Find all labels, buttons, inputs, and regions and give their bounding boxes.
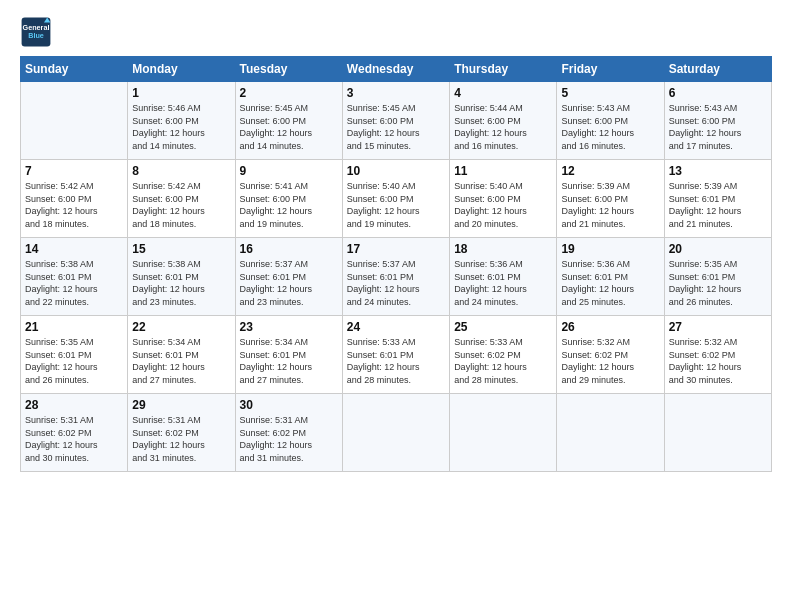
day-number: 11 [454, 164, 552, 178]
calendar-cell: 21Sunrise: 5:35 AM Sunset: 6:01 PM Dayli… [21, 316, 128, 394]
calendar-cell: 18Sunrise: 5:36 AM Sunset: 6:01 PM Dayli… [450, 238, 557, 316]
col-header-tuesday: Tuesday [235, 57, 342, 82]
day-details: Sunrise: 5:45 AM Sunset: 6:00 PM Dayligh… [240, 102, 338, 152]
day-details: Sunrise: 5:35 AM Sunset: 6:01 PM Dayligh… [25, 336, 123, 386]
calendar-cell: 16Sunrise: 5:37 AM Sunset: 6:01 PM Dayli… [235, 238, 342, 316]
day-number: 26 [561, 320, 659, 334]
col-header-sunday: Sunday [21, 57, 128, 82]
day-details: Sunrise: 5:43 AM Sunset: 6:00 PM Dayligh… [669, 102, 767, 152]
day-details: Sunrise: 5:32 AM Sunset: 6:02 PM Dayligh… [561, 336, 659, 386]
day-number: 23 [240, 320, 338, 334]
day-number: 30 [240, 398, 338, 412]
col-header-saturday: Saturday [664, 57, 771, 82]
day-number: 1 [132, 86, 230, 100]
day-number: 9 [240, 164, 338, 178]
calendar-week-5: 28Sunrise: 5:31 AM Sunset: 6:02 PM Dayli… [21, 394, 772, 472]
day-details: Sunrise: 5:36 AM Sunset: 6:01 PM Dayligh… [454, 258, 552, 308]
calendar-cell: 11Sunrise: 5:40 AM Sunset: 6:00 PM Dayli… [450, 160, 557, 238]
day-details: Sunrise: 5:45 AM Sunset: 6:00 PM Dayligh… [347, 102, 445, 152]
day-details: Sunrise: 5:40 AM Sunset: 6:00 PM Dayligh… [347, 180, 445, 230]
calendar-cell: 30Sunrise: 5:31 AM Sunset: 6:02 PM Dayli… [235, 394, 342, 472]
day-number: 28 [25, 398, 123, 412]
col-header-wednesday: Wednesday [342, 57, 449, 82]
day-number: 27 [669, 320, 767, 334]
svg-text:Blue: Blue [28, 31, 44, 40]
calendar-cell: 19Sunrise: 5:36 AM Sunset: 6:01 PM Dayli… [557, 238, 664, 316]
calendar-cell [342, 394, 449, 472]
day-details: Sunrise: 5:31 AM Sunset: 6:02 PM Dayligh… [240, 414, 338, 464]
calendar-cell: 14Sunrise: 5:38 AM Sunset: 6:01 PM Dayli… [21, 238, 128, 316]
calendar-cell: 3Sunrise: 5:45 AM Sunset: 6:00 PM Daylig… [342, 82, 449, 160]
calendar-cell: 27Sunrise: 5:32 AM Sunset: 6:02 PM Dayli… [664, 316, 771, 394]
calendar-week-3: 14Sunrise: 5:38 AM Sunset: 6:01 PM Dayli… [21, 238, 772, 316]
calendar-cell [21, 82, 128, 160]
day-details: Sunrise: 5:34 AM Sunset: 6:01 PM Dayligh… [132, 336, 230, 386]
day-details: Sunrise: 5:39 AM Sunset: 6:01 PM Dayligh… [669, 180, 767, 230]
day-details: Sunrise: 5:42 AM Sunset: 6:00 PM Dayligh… [25, 180, 123, 230]
day-details: Sunrise: 5:44 AM Sunset: 6:00 PM Dayligh… [454, 102, 552, 152]
calendar-cell: 6Sunrise: 5:43 AM Sunset: 6:00 PM Daylig… [664, 82, 771, 160]
calendar-cell: 24Sunrise: 5:33 AM Sunset: 6:01 PM Dayli… [342, 316, 449, 394]
day-number: 16 [240, 242, 338, 256]
day-number: 6 [669, 86, 767, 100]
calendar-cell: 9Sunrise: 5:41 AM Sunset: 6:00 PM Daylig… [235, 160, 342, 238]
day-number: 20 [669, 242, 767, 256]
day-details: Sunrise: 5:34 AM Sunset: 6:01 PM Dayligh… [240, 336, 338, 386]
calendar-cell: 25Sunrise: 5:33 AM Sunset: 6:02 PM Dayli… [450, 316, 557, 394]
day-number: 19 [561, 242, 659, 256]
calendar-cell [557, 394, 664, 472]
day-number: 7 [25, 164, 123, 178]
calendar-table: SundayMondayTuesdayWednesdayThursdayFrid… [20, 56, 772, 472]
calendar-cell: 17Sunrise: 5:37 AM Sunset: 6:01 PM Dayli… [342, 238, 449, 316]
calendar-cell: 26Sunrise: 5:32 AM Sunset: 6:02 PM Dayli… [557, 316, 664, 394]
day-number: 5 [561, 86, 659, 100]
day-details: Sunrise: 5:38 AM Sunset: 6:01 PM Dayligh… [25, 258, 123, 308]
day-number: 22 [132, 320, 230, 334]
day-details: Sunrise: 5:42 AM Sunset: 6:00 PM Dayligh… [132, 180, 230, 230]
calendar-cell: 8Sunrise: 5:42 AM Sunset: 6:00 PM Daylig… [128, 160, 235, 238]
day-details: Sunrise: 5:38 AM Sunset: 6:01 PM Dayligh… [132, 258, 230, 308]
day-details: Sunrise: 5:36 AM Sunset: 6:01 PM Dayligh… [561, 258, 659, 308]
logo-icon: General Blue [20, 16, 52, 48]
calendar-cell: 12Sunrise: 5:39 AM Sunset: 6:00 PM Dayli… [557, 160, 664, 238]
day-details: Sunrise: 5:33 AM Sunset: 6:02 PM Dayligh… [454, 336, 552, 386]
day-number: 29 [132, 398, 230, 412]
day-details: Sunrise: 5:31 AM Sunset: 6:02 PM Dayligh… [132, 414, 230, 464]
day-details: Sunrise: 5:40 AM Sunset: 6:00 PM Dayligh… [454, 180, 552, 230]
day-details: Sunrise: 5:32 AM Sunset: 6:02 PM Dayligh… [669, 336, 767, 386]
col-header-friday: Friday [557, 57, 664, 82]
calendar-cell: 22Sunrise: 5:34 AM Sunset: 6:01 PM Dayli… [128, 316, 235, 394]
calendar-cell [664, 394, 771, 472]
day-number: 8 [132, 164, 230, 178]
day-details: Sunrise: 5:43 AM Sunset: 6:00 PM Dayligh… [561, 102, 659, 152]
calendar-cell: 13Sunrise: 5:39 AM Sunset: 6:01 PM Dayli… [664, 160, 771, 238]
day-number: 18 [454, 242, 552, 256]
calendar-cell: 7Sunrise: 5:42 AM Sunset: 6:00 PM Daylig… [21, 160, 128, 238]
day-details: Sunrise: 5:33 AM Sunset: 6:01 PM Dayligh… [347, 336, 445, 386]
day-number: 21 [25, 320, 123, 334]
day-number: 13 [669, 164, 767, 178]
col-header-monday: Monday [128, 57, 235, 82]
calendar-header-row: SundayMondayTuesdayWednesdayThursdayFrid… [21, 57, 772, 82]
calendar-cell: 28Sunrise: 5:31 AM Sunset: 6:02 PM Dayli… [21, 394, 128, 472]
calendar-cell: 29Sunrise: 5:31 AM Sunset: 6:02 PM Dayli… [128, 394, 235, 472]
day-details: Sunrise: 5:46 AM Sunset: 6:00 PM Dayligh… [132, 102, 230, 152]
day-details: Sunrise: 5:37 AM Sunset: 6:01 PM Dayligh… [347, 258, 445, 308]
day-details: Sunrise: 5:41 AM Sunset: 6:00 PM Dayligh… [240, 180, 338, 230]
day-number: 4 [454, 86, 552, 100]
day-number: 3 [347, 86, 445, 100]
calendar-cell: 5Sunrise: 5:43 AM Sunset: 6:00 PM Daylig… [557, 82, 664, 160]
day-number: 15 [132, 242, 230, 256]
calendar-cell: 10Sunrise: 5:40 AM Sunset: 6:00 PM Dayli… [342, 160, 449, 238]
calendar-cell: 4Sunrise: 5:44 AM Sunset: 6:00 PM Daylig… [450, 82, 557, 160]
calendar-cell: 20Sunrise: 5:35 AM Sunset: 6:01 PM Dayli… [664, 238, 771, 316]
calendar-week-4: 21Sunrise: 5:35 AM Sunset: 6:01 PM Dayli… [21, 316, 772, 394]
calendar-week-2: 7Sunrise: 5:42 AM Sunset: 6:00 PM Daylig… [21, 160, 772, 238]
header: General Blue [20, 16, 772, 48]
logo: General Blue [20, 16, 52, 48]
day-details: Sunrise: 5:31 AM Sunset: 6:02 PM Dayligh… [25, 414, 123, 464]
day-details: Sunrise: 5:37 AM Sunset: 6:01 PM Dayligh… [240, 258, 338, 308]
calendar-cell: 2Sunrise: 5:45 AM Sunset: 6:00 PM Daylig… [235, 82, 342, 160]
day-number: 2 [240, 86, 338, 100]
day-details: Sunrise: 5:35 AM Sunset: 6:01 PM Dayligh… [669, 258, 767, 308]
